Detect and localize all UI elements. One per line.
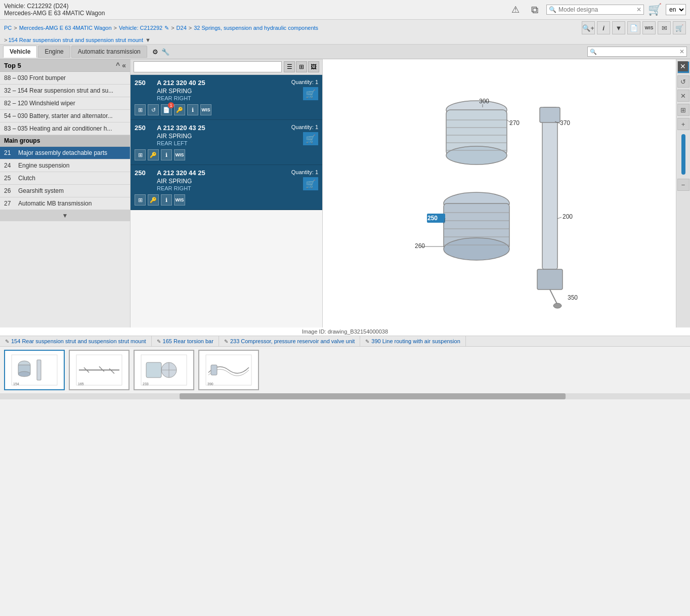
svg-rect-17 — [540, 107, 560, 122]
parts-item-2-key-icon[interactable]: 🔑 — [148, 149, 159, 160]
model-search-input[interactable] — [558, 6, 634, 13]
breadcrumb-row2: > 154 Rear suspension strut and suspensi… — [0, 36, 690, 44]
model-search-box[interactable]: 🔍 ✕ — [546, 5, 644, 15]
parts-item-3-sub: REAR RIGHT — [157, 185, 205, 191]
bottom-thumb-165[interactable]: 165 — [69, 350, 130, 390]
top5-item-4[interactable]: 54 – 030 Battery, starter and alternator… — [0, 110, 130, 122]
breadcrumb-d24[interactable]: D24 — [177, 25, 187, 31]
parts-item-1-grid-icon[interactable]: ⊞ — [135, 104, 146, 115]
thumb-svg-233: 233 — [139, 352, 189, 388]
tabs-bar: Vehicle Engine Automatic transmission ⚙ … — [0, 45, 690, 59]
diag-cross-icon[interactable]: ✕ — [677, 90, 689, 102]
tools-icon[interactable]: 🔧 — [161, 48, 169, 56]
parts-item-2-info-icon[interactable]: ℹ — [161, 149, 172, 160]
sidebar-group-25[interactable]: 25 Clutch — [0, 172, 130, 185]
diagram-close-btn[interactable]: ✕ — [678, 61, 688, 71]
document-icon[interactable]: 📄 — [627, 21, 640, 34]
parts-item-1-refresh-icon[interactable]: ↺ — [148, 104, 159, 115]
tab-engine[interactable]: Engine — [38, 46, 70, 58]
mail-icon[interactable]: ✉ — [658, 21, 671, 34]
parts-search-input[interactable] — [134, 61, 282, 72]
header: Vehicle: C212292 (D24) Mercedes-AMG E 63… — [0, 0, 690, 20]
horizontal-scrollbar[interactable] — [0, 393, 690, 399]
parts-item-2-header: 250 A 212 320 43 25 AIR SPRING REAR LEFT… — [135, 124, 318, 146]
breadcrumb-dropdown-arrow[interactable]: ▼ — [145, 37, 151, 43]
tab-auto-trans[interactable]: Automatic transmission — [71, 46, 147, 58]
lang-selector[interactable]: en de fr — [666, 4, 686, 15]
top5-collapse-btn[interactable]: ^ — [116, 61, 120, 69]
svg-text:300: 300 — [479, 98, 489, 105]
parts-item-3-cart-btn[interactable]: 🛒 — [303, 177, 318, 190]
parts-item-3-grid-icon[interactable]: ⊞ — [135, 194, 146, 206]
tab-search-clear[interactable]: ✕ — [679, 48, 684, 55]
warning-icon[interactable]: ⚠ — [508, 2, 523, 17]
parts-item-3-pos: 250 — [135, 169, 153, 177]
main-layout: Top 5 ^ « 88 – 030 Front bumper 32 – 154… — [0, 59, 690, 327]
parts-item-1-wis-icon[interactable]: WIS — [200, 104, 211, 115]
breadcrumb-pc[interactable]: PC — [4, 25, 12, 31]
breadcrumb-edit-icon[interactable]: ✎ — [164, 25, 169, 31]
top5-item-3[interactable]: 82 – 120 Windshield wiper — [0, 97, 130, 110]
bottom-thumb-390[interactable]: 390 — [198, 350, 259, 390]
parts-item-1: 250 A 212 320 40 25 AIR SPRING REAR RIGH… — [131, 75, 322, 120]
sidebar-scroll-down[interactable]: ▼ — [0, 210, 130, 221]
breadcrumb-154[interactable]: 154 Rear suspension strut and suspension… — [8, 37, 143, 43]
parts-item-3-wis-icon[interactable]: WIS — [174, 194, 185, 206]
bottom-thumb-233[interactable]: 233 — [134, 350, 194, 390]
copy-icon[interactable]: ⧉ — [527, 2, 542, 17]
diag-zoom-in-icon[interactable]: + — [677, 118, 689, 130]
parts-item-1-cart-btn[interactable]: 🛒 — [303, 87, 318, 100]
vehicle-id: Vehicle: C212292 (D24) — [4, 3, 105, 10]
tab-search-input[interactable] — [598, 48, 679, 55]
parts-item-1-badge: 1 — [168, 102, 174, 108]
cart-icon[interactable]: 🛒 — [648, 3, 662, 16]
zoom-in-icon[interactable]: 🔍+ — [582, 21, 595, 34]
svg-rect-18 — [537, 269, 563, 290]
parts-item-3-key-icon[interactable]: 🔑 — [148, 194, 159, 206]
parts-item-3-info-icon[interactable]: ℹ — [161, 194, 172, 206]
filter-icon[interactable]: ▼ — [612, 21, 625, 34]
bottom-tab-154[interactable]: ✎ 154 Rear suspension strut and suspensi… — [0, 336, 152, 346]
diag-table-icon[interactable]: ⊞ — [677, 104, 689, 116]
bottom-tab-390[interactable]: ✎ 390 Line routing with air suspension — [360, 336, 466, 346]
parts-item-2-cart-btn[interactable]: 🛒 — [303, 132, 318, 145]
diag-zoom-out-icon[interactable]: − — [677, 179, 689, 191]
parts-img-view-btn[interactable]: 🖼 — [308, 61, 319, 72]
sidebar: Top 5 ^ « 88 – 030 Front bumper 32 – 154… — [0, 59, 131, 327]
sidebar-group-26[interactable]: 26 Gearshift system — [0, 185, 130, 197]
bottom-tab-233[interactable]: ✎ 233 Compressor, pressure reservoir and… — [219, 336, 360, 346]
info-icon[interactable]: i — [597, 21, 610, 34]
top5-item-1[interactable]: 88 – 030 Front bumper — [0, 72, 130, 85]
parts-grid-view-btn[interactable]: ⊞ — [296, 61, 307, 72]
cart2-icon[interactable]: 🛒 — [673, 21, 686, 34]
parts-list-view-btn[interactable]: ☰ — [284, 61, 295, 72]
top5-item-2[interactable]: 32 – 154 Rear suspension strut and su... — [0, 85, 130, 97]
settings-icon[interactable]: ⚙ — [152, 48, 158, 56]
breadcrumb-vehicle-model[interactable]: Mercedes-AMG E 63 4MATIC Wagon — [19, 25, 112, 31]
svg-text:233: 233 — [143, 382, 149, 386]
hscroll-thumb[interactable] — [180, 393, 566, 399]
wis-icon[interactable]: WIS — [642, 21, 656, 34]
search-clear-icon[interactable]: ✕ — [636, 6, 641, 13]
svg-text:370: 370 — [560, 119, 570, 127]
sidebar-group-27[interactable]: 27 Automatic MB transmission — [0, 197, 130, 210]
sidebar-group-24[interactable]: 24 Engine suspension — [0, 159, 130, 172]
breadcrumb-vehicle[interactable]: Vehicle: C212292 — [119, 25, 162, 31]
top5-expand-btn[interactable]: « — [122, 61, 126, 69]
parts-item-1-name: AIR SPRING — [157, 88, 205, 95]
tab-vehicle[interactable]: Vehicle — [3, 46, 37, 58]
svg-line-19 — [550, 290, 557, 305]
tab-search[interactable]: 🔍 ✕ — [587, 47, 687, 57]
top5-item-5[interactable]: 83 – 035 Heating and air conditioner h..… — [0, 122, 130, 135]
breadcrumb-32-springs[interactable]: 32 Springs, suspension and hydraulic com… — [194, 25, 318, 31]
parts-item-3-icons: ⊞ 🔑 ℹ WIS — [135, 194, 318, 206]
sidebar-group-21[interactable]: 21 Major assembly detachable parts — [0, 147, 130, 159]
diag-history-icon[interactable]: ↺ — [677, 75, 689, 88]
parts-item-2-wis-icon[interactable]: WIS — [174, 149, 185, 160]
bottom-tab-165[interactable]: ✎ 165 Rear torsion bar — [152, 336, 219, 346]
parts-item-2-grid-icon[interactable]: ⊞ — [135, 149, 146, 160]
diag-zoom-slider[interactable] — [681, 134, 685, 175]
parts-item-1-info-icon[interactable]: ℹ — [187, 104, 198, 115]
parts-item-1-key-icon[interactable]: 🔑 — [174, 104, 185, 115]
bottom-thumb-154[interactable]: 154 — [4, 350, 65, 390]
